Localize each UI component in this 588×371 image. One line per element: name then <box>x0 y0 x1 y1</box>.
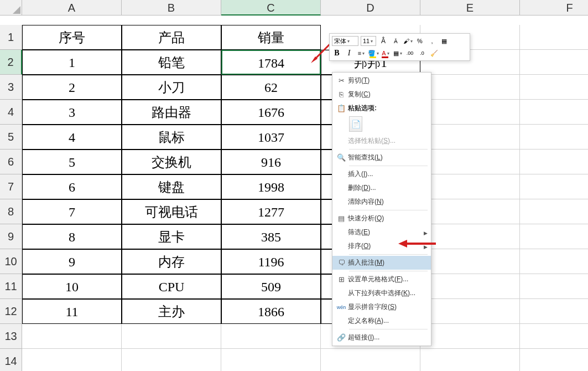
row-header-5[interactable]: 5 <box>0 125 22 150</box>
cell-A4[interactable]: 3 <box>22 100 122 125</box>
cell-F6[interactable] <box>520 150 588 174</box>
decrease-font-icon[interactable]: Ǎ <box>391 36 400 46</box>
borders-icon[interactable]: ▦ <box>439 36 449 46</box>
font-name-dropdown[interactable]: 宋体 <box>332 36 358 46</box>
select-all-corner[interactable] <box>0 0 22 16</box>
menu-dropdown-list[interactable]: 从下拉列表中选择(K)... <box>332 286 431 300</box>
bold-button[interactable]: B <box>332 48 342 58</box>
cell-C6[interactable]: 916 <box>221 150 321 174</box>
cell-A12[interactable]: 11 <box>22 299 122 324</box>
cell-B10[interactable]: 内存 <box>122 249 221 274</box>
row-header-7[interactable]: 7 <box>0 174 22 199</box>
row-header-10[interactable]: 10 <box>0 249 22 274</box>
cell-E6[interactable] <box>420 150 520 174</box>
col-header-E[interactable]: E <box>420 0 520 16</box>
row-header-1[interactable]: 1 <box>0 25 22 50</box>
cell-A8[interactable]: 7 <box>22 199 122 224</box>
cell-F3[interactable] <box>520 75 588 100</box>
menu-delete[interactable]: 删除(D)... <box>332 181 431 195</box>
menu-insert[interactable]: 插入(I)... <box>332 167 431 181</box>
cell-C7[interactable]: 1998 <box>221 174 321 199</box>
cell-A11[interactable]: 10 <box>22 274 122 299</box>
cell-B3[interactable]: 小刀 <box>122 75 221 100</box>
menu-insert-comment[interactable]: 🗨 插入批注(M) <box>332 256 431 270</box>
cell-E8[interactable] <box>420 199 520 224</box>
cell-B2[interactable]: 铅笔 <box>122 50 221 75</box>
border-icon[interactable]: ▦ <box>393 48 403 58</box>
cell-A10[interactable]: 9 <box>22 249 122 274</box>
row-header-13[interactable]: 13 <box>0 324 22 349</box>
cell-C13[interactable] <box>221 324 321 349</box>
cell-A5[interactable]: 4 <box>22 125 122 150</box>
col-header-C[interactable]: C <box>221 0 321 16</box>
menu-copy[interactable]: ⎘ 复制(C) <box>332 87 431 101</box>
cell-F14[interactable] <box>520 349 588 371</box>
align-icon[interactable]: ≡ <box>356 48 366 58</box>
row-header-2[interactable]: 2 <box>0 50 22 75</box>
cell-A14[interactable] <box>22 349 122 371</box>
menu-format-cells[interactable]: ⊞ 设置单元格格式(F)... <box>332 272 431 286</box>
cell-C9[interactable]: 385 <box>221 224 321 249</box>
paste-option-default[interactable]: 📄 <box>349 116 362 132</box>
row-header-8[interactable]: 8 <box>0 199 22 224</box>
cell-A2[interactable]: 1 <box>22 50 122 75</box>
cell-C12[interactable]: 1866 <box>221 299 321 324</box>
cell-F10[interactable] <box>520 249 588 274</box>
cell-A7[interactable]: 6 <box>22 174 122 199</box>
cell-C8[interactable]: 1277 <box>221 199 321 224</box>
italic-button[interactable]: I <box>344 48 354 58</box>
cell-B7[interactable]: 键盘 <box>122 174 221 199</box>
cell-F7[interactable] <box>520 174 588 199</box>
cell-E10[interactable] <box>420 249 520 274</box>
cell-B5[interactable]: 鼠标 <box>122 125 221 150</box>
menu-define-name[interactable]: 定义名称(A)... <box>332 314 431 328</box>
decrease-decimal-icon[interactable]: .0 <box>417 48 427 58</box>
menu-hyperlink[interactable]: 🔗 超链接(I)... <box>332 331 431 344</box>
menu-filter[interactable]: 筛选(E) <box>332 225 431 239</box>
cell-F2[interactable] <box>520 50 588 75</box>
cell-C1[interactable]: 销量 <box>221 25 321 50</box>
cell-B4[interactable]: 路由器 <box>122 100 221 125</box>
row-header-4[interactable]: 4 <box>0 100 22 125</box>
row-header-12[interactable]: 12 <box>0 299 22 324</box>
cell-F13[interactable] <box>520 324 588 349</box>
menu-sort[interactable]: 排序(O) <box>332 239 431 253</box>
cell-E7[interactable] <box>420 174 520 199</box>
cell-E12[interactable] <box>420 299 520 324</box>
cell-B12[interactable]: 主办 <box>122 299 221 324</box>
row-header-14[interactable]: 14 <box>0 349 22 371</box>
increase-font-icon[interactable]: Â <box>378 36 388 46</box>
cell-E9[interactable] <box>420 224 520 249</box>
cell-F4[interactable] <box>520 100 588 125</box>
row-header-3[interactable]: 3 <box>0 75 22 100</box>
menu-show-pinyin[interactable]: wén 显示拼音字段(S) <box>332 300 431 314</box>
cell-C3[interactable]: 62 <box>221 75 321 100</box>
cell-B11[interactable]: CPU <box>122 274 221 299</box>
col-header-D[interactable]: D <box>321 0 420 16</box>
cell-E3[interactable] <box>420 75 520 100</box>
cell-F5[interactable] <box>520 125 588 150</box>
cell-C10[interactable]: 1196 <box>221 249 321 274</box>
cell-B9[interactable]: 显卡 <box>122 224 221 249</box>
cell-F11[interactable] <box>520 274 588 299</box>
cell-E14[interactable] <box>420 349 520 371</box>
increase-decimal-icon[interactable]: .00 <box>405 48 415 58</box>
col-header-F[interactable]: F <box>520 0 588 16</box>
row-header-6[interactable]: 6 <box>0 150 22 174</box>
row-header-11[interactable]: 11 <box>0 274 22 299</box>
cell-A6[interactable]: 5 <box>22 150 122 174</box>
cell-D14[interactable] <box>321 349 420 371</box>
menu-paste-special[interactable]: 选择性粘贴(S)... <box>332 134 431 148</box>
cell-A9[interactable]: 8 <box>22 224 122 249</box>
cell-F8[interactable] <box>520 199 588 224</box>
cell-B1[interactable]: 产品 <box>122 25 221 50</box>
menu-smart-lookup[interactable]: 🔍 智能查找(L) <box>332 151 431 164</box>
cell-C5[interactable]: 1037 <box>221 125 321 150</box>
cell-B8[interactable]: 可视电话 <box>122 199 221 224</box>
menu-clear[interactable]: 清除内容(N) <box>332 195 431 209</box>
cell-C4[interactable]: 1676 <box>221 100 321 125</box>
cell-A1[interactable]: 序号 <box>22 25 122 50</box>
spreadsheet-grid[interactable]: A B C D E F 1 序号 产品 销量 2 1 铅笔 1784 邦邦1 3… <box>0 0 588 371</box>
col-header-A[interactable]: A <box>22 0 122 16</box>
fill-color-icon[interactable]: 🪣 <box>368 48 378 58</box>
